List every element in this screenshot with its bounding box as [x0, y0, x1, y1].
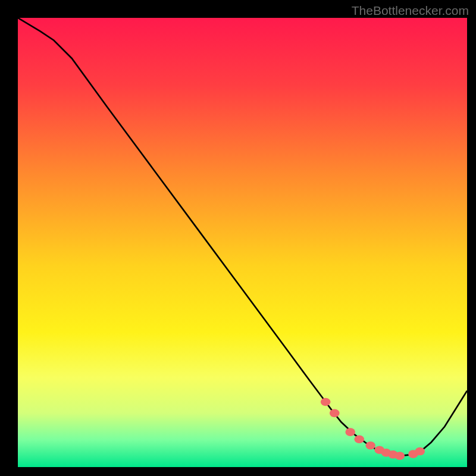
svg-point-2 [330, 409, 340, 418]
svg-point-3 [345, 428, 355, 436]
svg-point-11 [415, 447, 425, 456]
svg-point-9 [394, 452, 405, 460]
svg-point-1 [321, 398, 331, 406]
svg-point-5 [365, 441, 375, 450]
marker-dots [18, 18, 467, 467]
svg-point-4 [354, 435, 364, 443]
chart-container [18, 18, 467, 467]
watermark-text: TheBottlenecker.com [352, 4, 469, 18]
